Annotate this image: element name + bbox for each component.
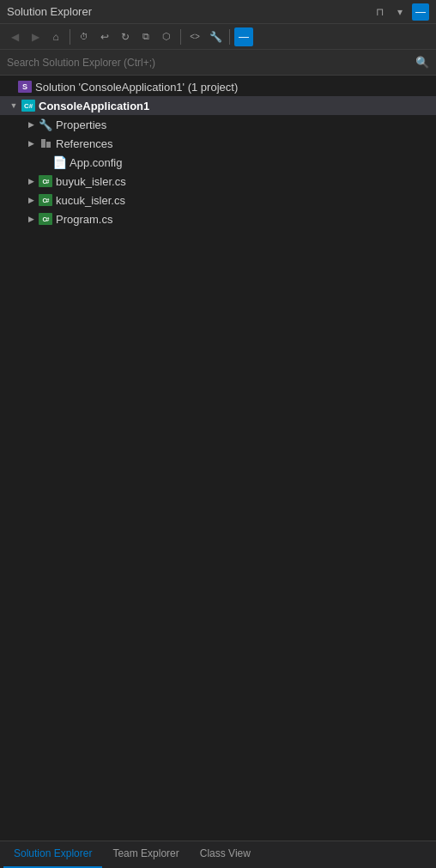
dropdown-icon[interactable]: ▾ xyxy=(391,3,409,21)
references-row[interactable]: References xyxy=(0,134,436,153)
title-bar-title: Solution Explorer xyxy=(7,5,92,18)
tab-class-view[interactable]: Class View xyxy=(190,841,261,868)
solution-expander-space xyxy=(3,80,17,94)
properties-row[interactable]: 🔧 Properties xyxy=(0,115,436,134)
references-expander[interactable] xyxy=(24,137,38,150)
buyuk-isler-icon: C# xyxy=(38,174,53,188)
undo-button[interactable]: ↩ xyxy=(95,27,114,46)
toolbar: ◀ ▶ ⌂ ⏱ ↩ ↻ ⧉ ⬡ <> 🔧 — xyxy=(0,24,436,50)
properties-label: Properties xyxy=(56,118,106,131)
search-bar: 🔍 xyxy=(0,50,436,76)
bottom-tabs: Solution Explorer Team Explorer Class Vi… xyxy=(0,841,436,868)
tab-team-explorer[interactable]: Team Explorer xyxy=(102,841,189,868)
appconfig-row[interactable]: 📄 App.config xyxy=(0,153,436,172)
minimize-icon[interactable]: — xyxy=(412,3,429,21)
toolbar-separator-2 xyxy=(180,29,181,45)
appconfig-expander-space xyxy=(38,155,51,169)
project-expander[interactable] xyxy=(7,99,21,112)
solution-label: Solution 'ConsoleApplication1' (1 projec… xyxy=(35,81,238,94)
buyuk-isler-expander[interactable] xyxy=(24,174,38,188)
program-cs-row[interactable]: C# Program.cs xyxy=(0,209,436,228)
search-input[interactable] xyxy=(7,57,410,69)
tab-solution-explorer[interactable]: Solution Explorer xyxy=(3,841,102,868)
home-button[interactable]: ⌂ xyxy=(46,27,65,46)
project-icon: C# xyxy=(21,99,36,112)
solution-row[interactable]: S Solution 'ConsoleApplication1' (1 proj… xyxy=(0,77,436,96)
program-cs-expander[interactable] xyxy=(24,212,38,226)
solution-icon: S xyxy=(17,80,33,94)
appconfig-label: App.config xyxy=(70,156,122,169)
project-label: ConsoleApplication1 xyxy=(39,100,149,112)
toolbar-separator-3 xyxy=(229,29,230,45)
appconfig-icon: 📄 xyxy=(51,155,67,169)
kucuk-isler-label: kucuk_isler.cs xyxy=(56,194,125,207)
sync-button[interactable]: ⧉ xyxy=(136,27,155,46)
code-view-button[interactable]: <> xyxy=(185,27,204,46)
title-bar: Solution Explorer ⊓ ▾ — xyxy=(0,0,436,24)
back-button[interactable]: ◀ xyxy=(5,27,24,46)
references-icon xyxy=(38,137,53,150)
title-bar-right: ⊓ ▾ — xyxy=(371,3,429,21)
collapse-button[interactable]: — xyxy=(234,27,253,46)
search-icon: 🔍 xyxy=(415,56,429,69)
pending-changes-button[interactable]: ⏱ xyxy=(75,27,94,46)
program-cs-icon: C# xyxy=(38,212,53,226)
refresh-button[interactable]: ↻ xyxy=(116,27,135,46)
kucuk-isler-row[interactable]: C# kucuk_isler.cs xyxy=(0,191,436,209)
kucuk-isler-expander[interactable] xyxy=(24,193,38,207)
buyuk-isler-label: buyuk_isler.cs xyxy=(56,175,126,188)
forward-button[interactable]: ▶ xyxy=(26,27,45,46)
pin-icon[interactable]: ⊓ xyxy=(371,3,388,21)
properties-button[interactable]: 🔧 xyxy=(206,27,225,46)
references-label: References xyxy=(56,137,112,150)
kucuk-isler-icon: C# xyxy=(38,193,53,207)
buyuk-isler-row[interactable]: C# buyuk_isler.cs xyxy=(0,172,436,191)
properties-icon: 🔧 xyxy=(38,118,53,131)
title-bar-left: Solution Explorer xyxy=(7,5,92,18)
toolbar-separator-1 xyxy=(70,29,70,45)
project-row[interactable]: C# ConsoleApplication1 xyxy=(0,96,436,115)
copy-button[interactable]: ⬡ xyxy=(157,27,176,46)
properties-expander[interactable] xyxy=(24,118,38,131)
tree-content: S Solution 'ConsoleApplication1' (1 proj… xyxy=(0,76,436,841)
program-cs-label: Program.cs xyxy=(56,213,112,226)
